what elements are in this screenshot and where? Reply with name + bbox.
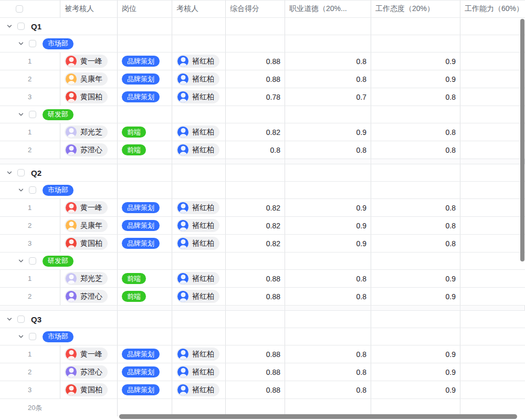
position-cell[interactable]: 品牌策划 [118, 235, 172, 252]
assessor-cell[interactable]: 褚红柏 [172, 217, 226, 234]
assessor-cell[interactable]: 褚红柏 [172, 141, 226, 159]
chevron-down-icon[interactable] [6, 316, 13, 323]
composite-score-cell[interactable]: 0.82 [226, 199, 285, 216]
assessor-cell[interactable]: 褚红柏 [172, 52, 226, 70]
column-header-position[interactable]: 岗位 [118, 1, 172, 17]
ability-score-cell[interactable] [460, 199, 525, 216]
row-checkbox[interactable] [29, 333, 36, 340]
subgroup-header-cell[interactable]: 研发部 [0, 106, 118, 123]
row-index-cell[interactable]: 2 [0, 288, 60, 305]
ethics-score-cell[interactable]: 0.9 [285, 199, 371, 216]
assessor-cell[interactable]: 褚红柏 [172, 70, 226, 88]
assessee-cell[interactable]: 黄国柏 [60, 381, 118, 398]
assessee-cell[interactable]: 郑光芝 [60, 123, 118, 141]
chevron-down-icon[interactable] [17, 186, 25, 194]
ability-score-cell[interactable] [460, 70, 525, 88]
assessee-cell[interactable]: 吴康年 [60, 70, 118, 88]
row-checkbox[interactable] [29, 111, 36, 118]
ability-score-cell[interactable] [460, 123, 525, 141]
attitude-score-cell[interactable]: 0.8 [371, 141, 460, 159]
group-header-cell[interactable]: Q2 [0, 164, 118, 181]
chevron-down-icon[interactable] [17, 40, 25, 47]
assessee-cell[interactable]: 吴康年 [60, 217, 118, 234]
row-checkbox[interactable] [17, 316, 25, 323]
composite-score-cell[interactable]: 0.82 [226, 123, 285, 141]
composite-score-cell[interactable]: 0.82 [226, 217, 285, 234]
attitude-score-cell[interactable]: 0.9 [371, 270, 460, 287]
assessor-cell[interactable]: 褚红柏 [172, 363, 226, 381]
ability-score-cell[interactable] [460, 363, 525, 381]
composite-score-cell[interactable]: 0.88 [226, 70, 285, 88]
row-index-cell[interactable]: 3 [0, 88, 60, 106]
group-header-cell[interactable]: Q1 [0, 18, 118, 35]
assessor-cell[interactable]: 褚红柏 [172, 381, 226, 398]
assessor-cell[interactable]: 褚红柏 [172, 235, 226, 252]
assessor-cell[interactable]: 褚红柏 [172, 199, 226, 216]
select-all-checkbox[interactable] [16, 5, 23, 13]
position-cell[interactable]: 品牌策划 [118, 199, 172, 216]
position-cell[interactable]: 品牌策划 [118, 217, 172, 234]
row-index-cell[interactable]: 1 [0, 52, 60, 70]
attitude-score-cell[interactable]: 0.8 [371, 88, 460, 106]
subgroup-header-cell[interactable]: 研发部 [0, 253, 118, 269]
row-checkbox[interactable] [29, 257, 36, 265]
horizontal-scrollbar-thumb[interactable] [119, 414, 517, 419]
composite-score-cell[interactable]: 0.88 [226, 363, 285, 381]
assessee-cell[interactable]: 苏澄心 [60, 363, 118, 381]
position-cell[interactable]: 品牌策划 [118, 88, 172, 106]
ethics-score-cell[interactable]: 0.9 [285, 217, 371, 234]
position-cell[interactable]: 前端 [118, 123, 172, 141]
attitude-score-cell[interactable]: 0.8 [371, 123, 460, 141]
ability-score-cell[interactable] [460, 288, 525, 305]
ability-score-cell[interactable] [460, 88, 525, 106]
position-cell[interactable]: 品牌策划 [118, 345, 172, 363]
chevron-down-icon[interactable] [17, 333, 25, 340]
assessee-cell[interactable]: 黄一峰 [60, 345, 118, 363]
ethics-score-cell[interactable]: 0.8 [285, 363, 371, 381]
column-header-ability[interactable]: 工作能力（60%） [460, 1, 525, 17]
position-cell[interactable]: 前端 [118, 141, 172, 159]
column-header-composite-score[interactable]: 综合得分 [226, 1, 285, 17]
chevron-down-icon[interactable] [17, 111, 25, 118]
assessor-cell[interactable]: 褚红柏 [172, 270, 226, 287]
subgroup-header-cell[interactable]: 市场部 [0, 328, 118, 345]
ability-score-cell[interactable] [460, 270, 525, 287]
row-index-cell[interactable]: 2 [0, 363, 60, 381]
row-index-cell[interactable]: 1 [0, 270, 60, 287]
row-checkbox[interactable] [29, 186, 36, 194]
row-index-cell[interactable]: 1 [0, 123, 60, 141]
composite-score-cell[interactable]: 0.88 [226, 381, 285, 398]
assessee-cell[interactable]: 苏澄心 [60, 288, 118, 305]
row-checkbox[interactable] [17, 23, 25, 30]
ability-score-cell[interactable] [460, 217, 525, 234]
row-index-cell[interactable]: 3 [0, 235, 60, 252]
composite-score-cell[interactable]: 0.88 [226, 288, 285, 305]
ethics-score-cell[interactable]: 0.8 [285, 288, 371, 305]
ethics-score-cell[interactable]: 0.8 [285, 345, 371, 363]
assessee-cell[interactable]: 郑光芝 [60, 270, 118, 287]
row-index-cell[interactable]: 1 [0, 199, 60, 216]
assessor-cell[interactable]: 褚红柏 [172, 123, 226, 141]
column-header-assessor[interactable]: 考核人 [172, 1, 226, 17]
chevron-down-icon[interactable] [6, 23, 13, 30]
attitude-score-cell[interactable]: 0.9 [371, 288, 460, 305]
ability-score-cell[interactable] [460, 235, 525, 252]
ethics-score-cell[interactable]: 0.9 [285, 123, 371, 141]
attitude-score-cell[interactable]: 0.9 [371, 70, 460, 88]
column-header-attitude[interactable]: 工作态度（20%） [371, 1, 460, 17]
attitude-score-cell[interactable]: 0.9 [371, 381, 460, 398]
ability-score-cell[interactable] [460, 52, 525, 70]
row-index-cell[interactable]: 1 [0, 345, 60, 363]
position-cell[interactable]: 品牌策划 [118, 52, 172, 70]
position-cell[interactable]: 品牌策划 [118, 70, 172, 88]
row-checkbox[interactable] [17, 169, 25, 176]
position-cell[interactable]: 前端 [118, 288, 172, 305]
assessee-cell[interactable]: 黄国柏 [60, 235, 118, 252]
ability-score-cell[interactable] [460, 141, 525, 159]
ability-score-cell[interactable] [460, 381, 525, 398]
assessee-cell[interactable]: 黄国柏 [60, 88, 118, 106]
column-header-assessee[interactable]: 被考核人 [60, 1, 118, 17]
column-header-ethics[interactable]: 职业道德（20%... [285, 1, 371, 17]
assessee-cell[interactable]: 黄一峰 [60, 52, 118, 70]
position-cell[interactable]: 前端 [118, 270, 172, 287]
